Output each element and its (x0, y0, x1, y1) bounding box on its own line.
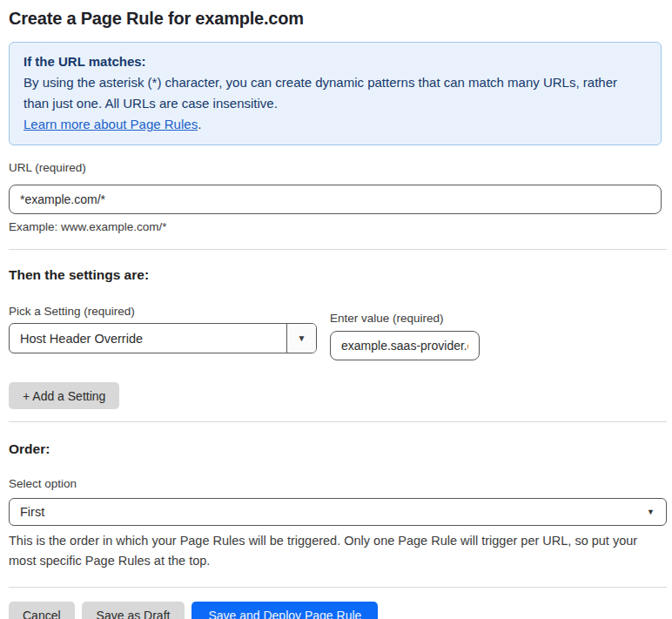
setting-picker-label: Pick a Setting (required) (9, 304, 317, 319)
setting-dropdown[interactable]: Host Header Override ▼ (9, 323, 317, 353)
url-field-label: URL (required) (9, 160, 660, 175)
divider (9, 249, 667, 250)
order-select-value: First (10, 505, 647, 519)
url-input[interactable] (9, 185, 662, 214)
page-rule-form: Create a Page Rule for example.com If th… (0, 0, 667, 619)
info-box-heading: If the URL matches: (24, 51, 647, 72)
settings-section-heading: Then the settings are: (9, 266, 660, 283)
order-section-heading: Order: (9, 441, 660, 457)
cancel-button[interactable]: Cancel (9, 602, 75, 619)
chevron-down-icon: ▼ (298, 334, 306, 343)
chevron-down-icon: ▼ (647, 508, 655, 516)
url-helper-text: Example: www.example.com/* (9, 219, 660, 234)
footer-actions: Cancel Save as Draft Save and Deploy Pag… (9, 602, 660, 619)
order-select[interactable]: First ▼ (9, 498, 667, 526)
info-box-body: By using the asterisk (*) character, you… (24, 72, 633, 114)
link-period: . (198, 117, 201, 131)
settings-row: Pick a Setting (required) Host Header Ov… (9, 304, 660, 360)
info-link-line: Learn more about Page Rules. (24, 114, 647, 135)
divider (9, 421, 667, 422)
add-setting-button[interactable]: + Add a Setting (9, 382, 119, 409)
setting-value-input[interactable] (330, 331, 480, 360)
order-helper-text: This is the order in which your Page Rul… (9, 531, 667, 571)
setting-picker-column: Pick a Setting (required) Host Header Ov… (9, 304, 317, 360)
page-title: Create a Page Rule for example.com (9, 7, 660, 30)
save-and-deploy-button[interactable]: Save and Deploy Page Rule (192, 602, 378, 619)
setting-value-label: Enter value (required) (330, 311, 480, 326)
save-as-draft-button[interactable]: Save as Draft (82, 602, 185, 619)
order-select-label: Select option (9, 476, 660, 491)
setting-dropdown-value: Host Header Override (10, 324, 286, 353)
url-match-info-box: If the URL matches: By using the asteris… (9, 42, 662, 145)
setting-dropdown-arrow-button[interactable]: ▼ (286, 324, 316, 353)
learn-more-link[interactable]: Learn more about Page Rules (24, 117, 198, 131)
setting-value-column: Enter value (required) (330, 304, 480, 360)
divider (9, 587, 667, 588)
